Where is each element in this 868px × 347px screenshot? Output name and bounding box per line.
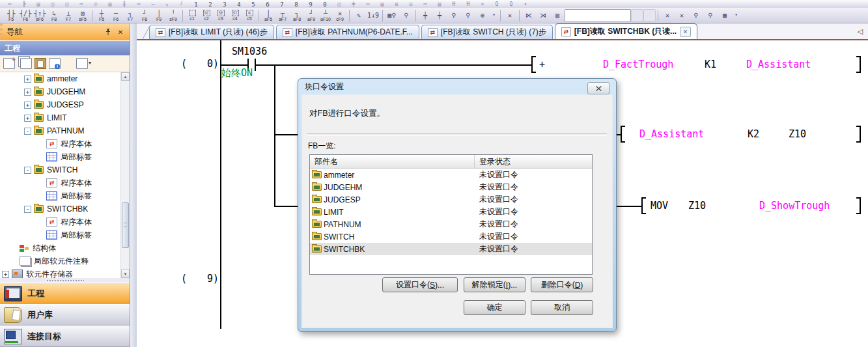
dock-drag-handle[interactable] bbox=[0, 278, 130, 283]
toolbar-button[interactable]: R c5 bbox=[242, 8, 257, 23]
contact-device-label[interactable]: SM1036 bbox=[232, 46, 267, 57]
fb-row[interactable]: LIMIT 未设置口令 bbox=[310, 206, 592, 218]
tree-item[interactable]: 程序本体 bbox=[0, 176, 130, 189]
toolbar-button[interactable]: │ F9 bbox=[152, 8, 166, 23]
toolbar-button[interactable] bbox=[656, 8, 660, 23]
toolbar-ghost-icon[interactable]: 2 bbox=[203, 1, 217, 8]
tree-expand-icon[interactable]: - bbox=[24, 128, 31, 135]
toolbar-button[interactable]: ─ F6 bbox=[109, 8, 123, 23]
toolbar-ghost-icon[interactable]: ┐ bbox=[160, 1, 175, 8]
project-tool-icon[interactable] bbox=[35, 58, 46, 69]
toolbar-button[interactable]: ⋉ bbox=[522, 8, 536, 23]
toolbar-ghost-icon[interactable]: 9 bbox=[303, 1, 318, 8]
fb-row[interactable]: JUDGEHM 未设置口令 bbox=[310, 181, 592, 193]
toolbar-button[interactable]: ┴ aF10 bbox=[318, 8, 333, 23]
toolbar-ghost-icon[interactable]: Q bbox=[504, 1, 518, 8]
toolbar-ghost-icon[interactable]: ┘ bbox=[175, 1, 189, 8]
toolbar-button[interactable]: ┼ F5 bbox=[94, 8, 109, 23]
toolbar-button[interactable]: ⚲ bbox=[447, 8, 461, 23]
close-icon[interactable]: ✕ bbox=[115, 27, 126, 37]
operand-constant[interactable]: K1 bbox=[705, 59, 716, 70]
tree-item[interactable]: 局部软元件注释 bbox=[0, 255, 130, 268]
panel-button[interactable]: 工程 bbox=[0, 283, 130, 304]
cancel-button[interactable]: 取消 bbox=[531, 300, 593, 315]
operand-label[interactable]: D_FactTrough bbox=[603, 59, 673, 70]
document-tab[interactable]: [FB]读取 SWITCHBK (只读... bbox=[555, 23, 697, 39]
toolbar-button[interactable]: ⚲ bbox=[689, 8, 703, 23]
tree-item[interactable]: 局部标签 bbox=[0, 189, 130, 202]
toolbar-ghost-icon[interactable]: ▤ bbox=[31, 1, 46, 8]
toolbar-ghost-icon[interactable]: 3 bbox=[217, 1, 232, 8]
tree-item[interactable]: + LIMIT bbox=[0, 111, 130, 124]
tree-item[interactable]: 结构体 bbox=[0, 242, 130, 255]
toolbar-button[interactable]: ▥ bbox=[550, 8, 565, 23]
document-tab[interactable]: [FB]读取 SWITCH (只读) (7)步 bbox=[421, 25, 553, 39]
column-header[interactable]: 登录状态 bbox=[475, 156, 511, 167]
tree-expand-icon[interactable]: + bbox=[24, 89, 31, 96]
toolbar-ghost-icon[interactable]: ╫ bbox=[117, 1, 132, 8]
tree-item[interactable]: 程序本体 bbox=[0, 137, 130, 150]
toolbar-button[interactable] bbox=[380, 8, 385, 23]
tree-expand-icon[interactable]: + bbox=[24, 76, 31, 83]
toolbar-button[interactable]: ⋊ bbox=[536, 8, 550, 23]
toolbar-button[interactable]: ✕ bbox=[675, 8, 689, 23]
toolbar-ghost-icon[interactable]: Q bbox=[490, 1, 504, 8]
toolbar-ghost-icon[interactable]: ─ bbox=[146, 1, 160, 8]
toolbar-button[interactable] bbox=[643, 9, 656, 21]
toolbar-button[interactable]: ┿ bbox=[432, 8, 447, 23]
document-tab[interactable]: [FB]读取 PATHNUM(P6-DATE.F... bbox=[276, 25, 419, 39]
toolbar-ghost-icon[interactable]: ▭ bbox=[361, 1, 375, 8]
toolbar-ghost-icon[interactable]: ▭ bbox=[74, 1, 89, 8]
document-tab[interactable]: [FB]读取 LIMIT (只读) (46)步 bbox=[149, 25, 274, 39]
panel-splitter[interactable] bbox=[130, 23, 137, 347]
dialog-title[interactable]: 块口令设置 bbox=[298, 79, 616, 94]
toolbar-ghost-icon[interactable]: ▤ bbox=[103, 1, 117, 8]
toolbar-ghost-icon[interactable]: H bbox=[447, 1, 461, 8]
tree-item[interactable]: + 软元件存储器 bbox=[0, 268, 130, 278]
toolbar-button[interactable]: ⊠ sF5 bbox=[76, 8, 90, 23]
toolbar-ghost-icon[interactable]: ╪ bbox=[346, 1, 361, 8]
toolbar-button[interactable]: ✕ bbox=[660, 8, 675, 23]
toolbar-button[interactable] bbox=[180, 8, 185, 23]
panel-button[interactable]: 连接目标 bbox=[0, 326, 130, 347]
project-tool-icon[interactable] bbox=[63, 59, 74, 68]
toolbar-button[interactable]: │ aF5 bbox=[261, 8, 275, 23]
toolbar-button[interactable]: ⊕ bbox=[475, 8, 490, 23]
toolbar-button[interactable] bbox=[257, 8, 261, 23]
toolbar-ghost-icon[interactable]: 6 bbox=[260, 1, 275, 8]
dialog-close-icon[interactable] bbox=[587, 82, 609, 94]
toolbar-ghost-icon[interactable]: 4 bbox=[232, 1, 246, 8]
tree-item[interactable]: - SWITCHBK bbox=[0, 202, 130, 215]
toolbar-ghost-icon[interactable]: 1 bbox=[189, 1, 203, 8]
instruction-opcode[interactable]: + bbox=[539, 59, 545, 70]
toolbar-button[interactable]: ┤/├ F6 bbox=[18, 8, 33, 23]
tab-close-icon[interactable] bbox=[680, 27, 691, 37]
tree-expand-icon[interactable]: + bbox=[24, 102, 31, 109]
toolbar-button[interactable]: ┐ F7 bbox=[123, 8, 137, 23]
toolbar-button[interactable]: ╵ sF9 bbox=[166, 8, 180, 23]
toolbar-button[interactable]: ▾ bbox=[732, 8, 740, 23]
toolbar-button[interactable]: ┐ aF8 bbox=[290, 8, 304, 23]
project-tool-icon[interactable] bbox=[76, 58, 88, 69]
toolbar-button[interactable] bbox=[413, 8, 418, 23]
tree-item[interactable]: + JUDGEHM bbox=[0, 85, 130, 98]
tree-expand-icon[interactable]: + bbox=[2, 271, 9, 278]
column-header[interactable]: 部件名 bbox=[310, 155, 475, 168]
operand-device[interactable]: Z10 bbox=[688, 200, 706, 212]
tree-expand-icon[interactable]: + bbox=[24, 115, 31, 122]
toolbar-button[interactable]: ⚲ bbox=[399, 8, 413, 23]
toolbar-ghost-icon[interactable]: 8 bbox=[289, 1, 303, 8]
toolbar-button[interactable] bbox=[347, 8, 352, 23]
toolbar-button[interactable]: ⚲ bbox=[461, 8, 475, 23]
toolbar-button[interactable]: SE c3 bbox=[214, 8, 228, 23]
toolbar-ghost-icon[interactable]: 7 bbox=[275, 1, 289, 8]
toolbar-ghost-icon[interactable]: ⊞ bbox=[389, 1, 404, 8]
tree-item[interactable]: 程序本体 bbox=[0, 215, 130, 229]
toolbar-button[interactable] bbox=[631, 9, 643, 21]
fb-row[interactable]: JUDGESP 未设置口令 bbox=[310, 193, 592, 206]
project-tool-icon[interactable] bbox=[20, 58, 32, 69]
toolbar-ghost-icon[interactable]: ⟐ bbox=[89, 1, 103, 8]
toolbar-button[interactable]: ⚲ bbox=[703, 8, 718, 23]
toolbar-ghost-icon[interactable]: 5 bbox=[246, 1, 260, 8]
tree-item[interactable]: 局部标签 bbox=[0, 229, 130, 242]
